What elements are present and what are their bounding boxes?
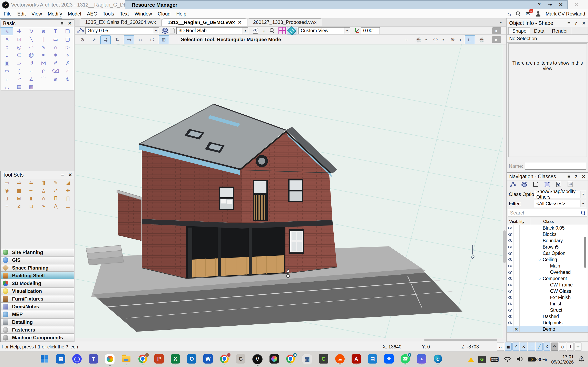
visibility-column-header[interactable]: Visibility: [507, 218, 525, 225]
sheet-icon[interactable]: [169, 27, 175, 34]
snap-intersection-icon[interactable]: ✕: [520, 342, 527, 351]
class-options-dropdown[interactable]: Show/Snap/Modify Others ▼: [534, 191, 586, 198]
active-layer-dropdown[interactable]: 3D Roof Slab ▼: [176, 27, 248, 34]
class-row[interactable]: Brown5: [507, 244, 588, 250]
eraser-tool[interactable]: ⌫: [49, 67, 61, 75]
render-icon[interactable]: ☕: [476, 35, 487, 44]
multiple-object-mode-icon[interactable]: ⇉: [100, 35, 111, 44]
magic-wand-tool[interactable]: ✶: [49, 51, 61, 59]
name-field[interactable]: [525, 163, 586, 170]
class-row[interactable]: Dashed: [507, 313, 588, 320]
rotate-tool[interactable]: ↺: [25, 59, 37, 67]
polyline-tool[interactable]: ∪: [1, 51, 13, 59]
invisible-x-icon[interactable]: [513, 294, 520, 301]
snap-angle-icon[interactable]: ∠: [512, 342, 519, 351]
freehand-tool[interactable]: ∿: [37, 43, 49, 51]
snap-pause-icon[interactable]: ‖: [567, 342, 574, 351]
multi-view-icon[interactable]: [287, 27, 296, 34]
round-column-tool[interactable]: ∏: [62, 194, 74, 202]
window-close-icon[interactable]: ✕: [574, 1, 579, 8]
visibility-eye-icon[interactable]: [507, 282, 513, 288]
document-tab[interactable]: 1335_EX Gains Rd_260204.vwx: [80, 18, 162, 26]
window-tool[interactable]: ⊞: [13, 194, 25, 202]
rotation-angle-field[interactable]: 0.00°: [361, 27, 380, 34]
chrome-profile-icon[interactable]: [138, 354, 147, 364]
menu-icon[interactable]: ≡: [61, 172, 64, 178]
battery-icon[interactable]: 80%: [528, 357, 547, 362]
class-row[interactable]: Car Option: [507, 250, 588, 257]
toolset-site-planning[interactable]: Site Planning: [1, 249, 74, 256]
menu-item[interactable]: View: [29, 11, 45, 17]
snap-smart-edge-icon[interactable]: ╱: [536, 342, 543, 351]
pan-tool[interactable]: ✚: [13, 27, 25, 35]
trim-tool[interactable]: ✗: [62, 59, 74, 67]
unconstrained-dimension-tool[interactable]: ↗: [13, 75, 25, 83]
menu-item[interactable]: Edit: [15, 11, 29, 17]
class-row[interactable]: Main: [507, 263, 588, 269]
slab-drainage-tool[interactable]: ◉: [1, 187, 13, 194]
gimp-app-icon[interactable]: G: [236, 354, 245, 364]
class-row[interactable]: Blocks: [507, 231, 588, 238]
invisible-x-icon[interactable]: [513, 301, 520, 307]
scrollbar-thumb[interactable]: [503, 230, 506, 263]
selection-tool[interactable]: ⇖: [1, 27, 13, 35]
messages-icon[interactable]: ✉ 1: [526, 11, 530, 17]
invisible-x-icon[interactable]: [513, 225, 520, 231]
photos-app-icon[interactable]: ▲: [417, 354, 426, 364]
calculator-app-icon[interactable]: ▦: [302, 354, 312, 364]
invisible-x-icon[interactable]: [513, 231, 520, 238]
net-select-mode-icon[interactable]: ⊞: [159, 35, 169, 44]
stair-tool[interactable]: ≡: [1, 202, 13, 210]
roof-tool[interactable]: ⋀: [50, 202, 62, 210]
help-icon[interactable]: ?: [575, 21, 577, 26]
eyedropper-tool[interactable]: ✒: [37, 51, 49, 59]
menu-item[interactable]: Modify: [45, 11, 65, 17]
toolset-building-shell[interactable]: Building Shell: [1, 272, 74, 279]
polygon-marquee-mode-icon[interactable]: ⎔: [147, 35, 157, 44]
class-navigation-icon[interactable]: [77, 27, 84, 34]
offset-tool[interactable]: ↱: [37, 67, 49, 75]
chevron-down-icon[interactable]: ▼: [261, 27, 267, 35]
toolset-mep[interactable]: MEP: [1, 311, 74, 318]
active-class-dropdown[interactable]: Grey 0.05 ▼: [85, 27, 159, 34]
snap-tangent-icon[interactable]: ∡: [544, 342, 550, 351]
invisible-x-icon[interactable]: ✕: [513, 326, 520, 332]
invisible-x-icon[interactable]: [513, 257, 520, 263]
print-app-icon[interactable]: ▤: [368, 354, 377, 364]
expand-triangle-icon[interactable]: ▽: [536, 258, 543, 262]
escalator-tool[interactable]: ∿: [37, 202, 50, 210]
class-row[interactable]: ▽ Component: [507, 275, 588, 282]
design-layers-view-icon[interactable]: [520, 181, 528, 188]
invisible-x-icon[interactable]: [513, 313, 520, 320]
pilaster-tool[interactable]: Π: [50, 194, 62, 202]
whatsapp-app-icon[interactable]: ☎ 1: [401, 354, 410, 364]
sheet-layers-view-icon[interactable]: [532, 181, 540, 188]
floor-setup-tool[interactable]: ⌂: [37, 194, 50, 202]
toolset-gis[interactable]: GIS: [1, 257, 74, 264]
menu-item[interactable]: AEC: [84, 11, 100, 17]
menu-item[interactable]: Window: [132, 11, 155, 17]
document-tab[interactable]: 260127_1333_Proposed.vwx: [248, 18, 322, 26]
widgets-app-icon[interactable]: ▦: [56, 354, 65, 364]
irregular-shape-tool[interactable]: ⌂: [49, 43, 61, 51]
lasso-marquee-mode-icon[interactable]: ◌: [135, 35, 146, 44]
invisible-x-icon[interactable]: [513, 282, 520, 288]
edit-wall-tool[interactable]: ✎: [50, 179, 62, 187]
clip-tool[interactable]: ▣: [1, 59, 13, 67]
greenshot-app-icon[interactable]: G: [319, 354, 328, 364]
classes-scrollbar-thumb[interactable]: [584, 237, 586, 268]
render-options-icon[interactable]: ☕: [413, 35, 424, 44]
excel-app-icon[interactable]: X: [171, 354, 180, 364]
visibility-eye-icon[interactable]: [507, 294, 513, 301]
duplicate-mode-icon[interactable]: ⇅: [112, 35, 122, 44]
object-info-tab[interactable]: Render: [548, 27, 572, 34]
class-row[interactable]: Black 0.05: [507, 225, 588, 231]
volume-icon[interactable]: [516, 356, 523, 363]
invisible-x-icon[interactable]: [513, 269, 520, 275]
dimension-tool[interactable]: ↔: [1, 75, 13, 83]
snap-grid-icon[interactable]: ∷: [497, 342, 504, 351]
menu-item[interactable]: Tools: [100, 11, 117, 17]
mirror-tool[interactable]: ⋈: [37, 59, 49, 67]
object-info-tab[interactable]: Shape: [508, 27, 530, 34]
visibility-eye-icon[interactable]: [507, 288, 513, 294]
